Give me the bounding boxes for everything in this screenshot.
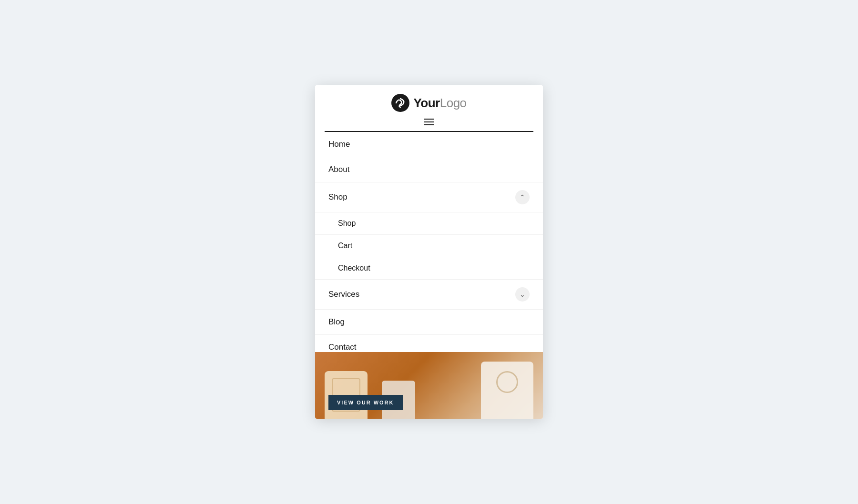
phone-mockup: YourLogo Home About Shop ⌃ Shop — [315, 85, 543, 419]
nav-menu: Home About Shop ⌃ Shop Cart Checkout Ser… — [315, 132, 543, 352]
nav-item-contact[interactable]: Contact — [315, 335, 543, 352]
logo-text: YourLogo — [413, 96, 466, 111]
nav-sublabel-shop: Shop — [338, 219, 356, 228]
hero-image-area: VIEW OUR WORK — [315, 352, 543, 419]
cushion-right — [481, 362, 533, 419]
nav-label-blog: Blog — [328, 317, 345, 327]
nav-label-services: Services — [328, 290, 359, 299]
header: YourLogo — [315, 85, 543, 132]
nav-item-home[interactable]: Home — [315, 132, 543, 157]
nav-subitem-cart[interactable]: Cart — [315, 235, 543, 257]
hamburger-button[interactable] — [424, 119, 434, 125]
nav-label-about: About — [328, 165, 349, 174]
nav-sublabel-cart: Cart — [338, 242, 352, 250]
logo-text-light: Logo — [440, 96, 467, 110]
nav-item-blog[interactable]: Blog — [315, 310, 543, 335]
services-toggle-button[interactable]: ⌄ — [515, 287, 530, 302]
nav-item-services[interactable]: Services ⌄ — [315, 280, 543, 310]
nav-label-home: Home — [328, 140, 350, 149]
nav-sublabel-checkout: Checkout — [338, 264, 370, 272]
logo-text-bold: Your — [413, 96, 439, 110]
logo-icon — [391, 94, 409, 112]
shop-toggle-button[interactable]: ⌃ — [515, 190, 530, 204]
nav-label-contact: Contact — [328, 343, 357, 352]
nav-item-shop[interactable]: Shop ⌃ — [315, 182, 543, 212]
logo-area: YourLogo — [391, 94, 466, 112]
nav-item-about[interactable]: About — [315, 157, 543, 182]
nav-subitem-checkout[interactable]: Checkout — [315, 257, 543, 280]
nav-label-shop: Shop — [328, 192, 347, 202]
nav-subitem-shop[interactable]: Shop — [315, 212, 543, 235]
svg-point-0 — [391, 94, 409, 112]
hamburger-row — [325, 119, 533, 132]
cta-button[interactable]: VIEW OUR WORK — [328, 395, 403, 410]
